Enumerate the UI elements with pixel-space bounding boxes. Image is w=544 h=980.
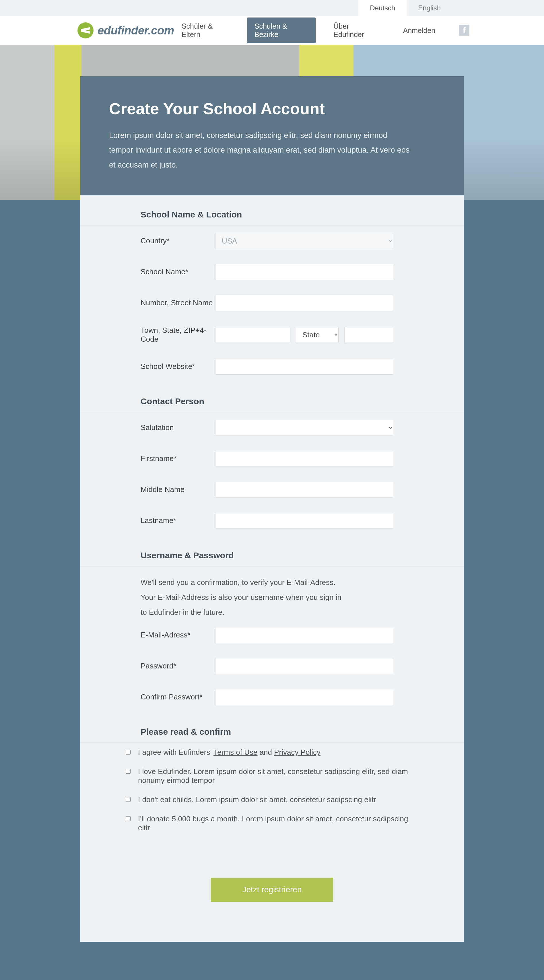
email-input[interactable]	[215, 627, 393, 643]
label-password-confirm: Confirm Passwort*	[141, 692, 215, 702]
firstname-input[interactable]	[215, 451, 393, 467]
section-contact-person: Contact Person	[80, 382, 464, 412]
label-website: School Website*	[141, 362, 215, 371]
label-email: E-Mail-Adress*	[141, 631, 215, 640]
donate-text: I'll donate 5,000 bugs a month. Lorem ip…	[138, 815, 418, 832]
site-header: edufinder.com Schüler & Eltern Schulen &…	[0, 16, 544, 45]
label-middlename: Middle Name	[141, 485, 215, 494]
nav-login[interactable]: Anmelden	[396, 22, 443, 39]
label-firstname: Firstname*	[141, 454, 215, 463]
site-footer: Copyright 2015 Edufinder. All rights res…	[0, 976, 544, 980]
children-checkbox[interactable]	[126, 797, 130, 802]
registration-card: Create Your School Account Lorem ipsum d…	[80, 76, 464, 942]
agree-terms-text: I agree with Eufinders' Terms of Use and…	[138, 748, 320, 757]
love-edufinder-text: I love Edufinder. Lorem ipsum dolor sit …	[138, 767, 418, 785]
password-input[interactable]	[215, 658, 393, 674]
website-input[interactable]	[215, 359, 393, 375]
page-title: Create Your School Account	[109, 99, 435, 118]
section-school-location: School Name & Location	[80, 196, 464, 226]
street-input[interactable]	[215, 295, 393, 311]
credentials-note: We'll send you a confirmation, to verify…	[80, 566, 404, 620]
label-lastname: Lastname*	[141, 516, 215, 525]
label-password: Password*	[141, 662, 215, 670]
middlename-input[interactable]	[215, 482, 393, 498]
nav-students[interactable]: Schüler & Eltern	[174, 18, 237, 43]
card-header: Create Your School Account Lorem ipsum d…	[80, 76, 464, 196]
label-school-name: School Name*	[141, 267, 215, 276]
label-street: Number, Street Name	[141, 298, 215, 307]
nav-schools[interactable]: Schulen & Bezirke	[247, 18, 316, 43]
state-select[interactable]: State	[296, 327, 339, 343]
register-button[interactable]: Jetzt registrieren	[211, 878, 333, 902]
nav-about[interactable]: Über Edufinder	[326, 18, 385, 43]
lang-en-button[interactable]: English	[407, 0, 452, 16]
brand-name: edufinder.com	[97, 24, 174, 37]
section-confirm: Please read & confirm	[80, 713, 464, 743]
logo[interactable]: edufinder.com	[78, 22, 174, 38]
main-nav: Schüler & Eltern Schulen & Bezirke Über …	[174, 18, 469, 43]
privacy-link[interactable]: Privacy Policy	[274, 748, 320, 757]
country-select[interactable]: USA	[215, 233, 393, 249]
terms-link[interactable]: Terms of Use	[213, 748, 258, 757]
facebook-icon[interactable]: f	[459, 25, 469, 36]
children-text: I don't eat childs. Lorem ipsum dolor si…	[138, 795, 376, 804]
page-intro: Lorem ipsum dolor sit amet, consetetur s…	[109, 128, 413, 172]
section-credentials: Username & Password	[80, 536, 464, 566]
password-confirm-input[interactable]	[215, 689, 393, 705]
label-salutation: Salutation	[141, 423, 215, 432]
salutation-select[interactable]	[215, 420, 393, 436]
school-name-input[interactable]	[215, 264, 393, 280]
lang-de-button[interactable]: Deutsch	[358, 0, 407, 16]
agree-terms-checkbox[interactable]	[126, 749, 130, 754]
language-bar: Deutsch English	[0, 0, 544, 16]
lastname-input[interactable]	[215, 513, 393, 529]
donate-checkbox[interactable]	[126, 816, 130, 821]
graduation-cap-icon	[78, 22, 94, 38]
zip-input[interactable]	[344, 327, 393, 343]
town-input[interactable]	[215, 327, 290, 343]
love-edufinder-checkbox[interactable]	[126, 769, 130, 774]
label-town-state-zip: Town, State, ZIP+4-Code	[141, 326, 215, 344]
label-country: Country*	[141, 236, 215, 245]
